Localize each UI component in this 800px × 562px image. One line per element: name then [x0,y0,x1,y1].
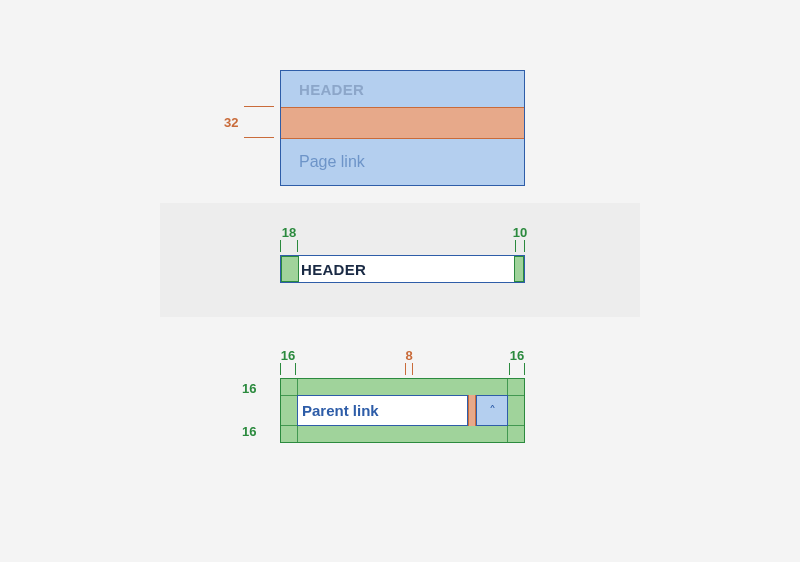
inner-row: Parent link ˄ [297,395,508,426]
spacing-gap [281,107,524,139]
nav-panel: HEADER Page link [280,70,525,186]
measure-value: 16 [510,348,524,363]
measure-value: 16 [281,348,295,363]
example-2: 18 10 HEADER [280,255,525,283]
tick-icon [280,240,281,252]
tick-icon [515,240,516,252]
measure-lines-icon [244,106,274,138]
example-1: 32 HEADER Page link [280,70,525,186]
padding-left [281,256,299,282]
tick-icon [524,363,525,375]
nav-header: HEADER [281,71,524,107]
tick-icon [280,363,281,375]
tick-icon [297,240,298,252]
measure-pad-right: 10 [515,228,525,252]
chevron-up-icon: ˄ [489,403,496,419]
padding-right [514,256,524,282]
header-label: HEADER [301,256,366,282]
expand-toggle[interactable]: ˄ [476,395,508,426]
page-link[interactable]: Page link [281,139,524,185]
header-row: HEADER [280,255,525,283]
tick-icon [295,363,296,375]
example-3: 16 8 16 16 16 P [280,378,525,443]
measure-value: 16 [242,381,256,396]
measure-value: 16 [242,424,256,439]
tick-icon [405,363,406,375]
measure-value: 32 [224,115,238,130]
measure-pad-left: 18 [280,228,298,252]
tick-icon [509,363,510,375]
tick-icon [412,363,413,375]
tick-icon [524,240,525,252]
measure-vertical-gap: 32 [224,106,274,138]
measure-pad-left: 16 [280,351,296,375]
parent-link[interactable]: Parent link [297,395,468,426]
inner-gap [468,395,476,426]
side-measurements: 16 16 [242,378,276,443]
measure-value: 10 [513,225,527,240]
measure-pad-right: 16 [509,351,525,375]
parent-link-row: Parent link ˄ [280,378,525,443]
measure-inner-gap: 8 [405,351,413,375]
measure-value: 8 [405,348,412,363]
spacing-spec-diagram: 32 HEADER Page link 18 10 HEADER [0,0,800,562]
measure-value: 18 [282,225,296,240]
top-measurements: 16 8 16 [280,351,525,375]
